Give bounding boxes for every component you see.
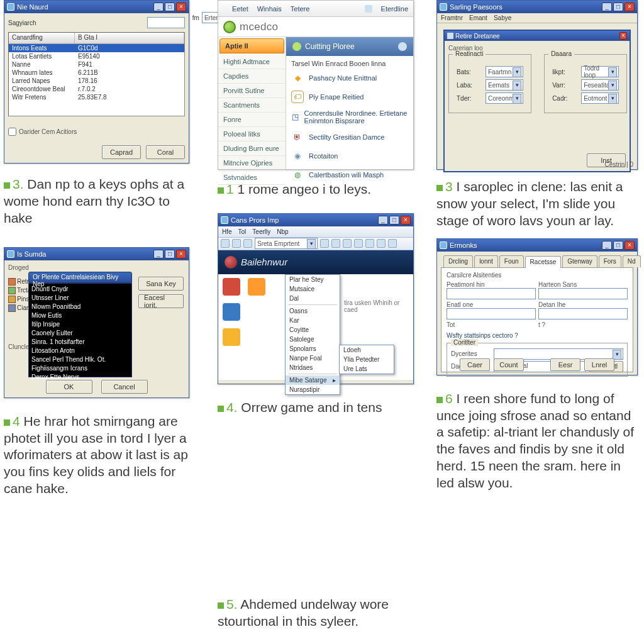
menu-item[interactable]: Ldoeh bbox=[340, 345, 394, 355]
menu-item[interactable]: Dal bbox=[286, 294, 340, 303]
shortcut-icon[interactable] bbox=[222, 303, 241, 322]
table-row[interactable]: Lotas EantietsE95140 bbox=[9, 52, 184, 60]
menu-item[interactable]: Kar bbox=[286, 316, 340, 325]
menu-item[interactable]: Litosation Arotn bbox=[31, 347, 129, 355]
context-menu[interactable]: Plar he Stey Mutsaice Dal Oasns Kar Coyi… bbox=[285, 274, 340, 395]
select-input[interactable]: Faartmn bbox=[486, 66, 523, 77]
menu-item[interactable]: Coyitte bbox=[286, 325, 340, 335]
close-icon[interactable]: × bbox=[625, 241, 635, 250]
p4-context-menu[interactable]: Dhuntl Cnydr Utnsser Liner Nlowm Poanitb… bbox=[28, 283, 132, 377]
maximize-icon[interactable]: □ bbox=[165, 3, 175, 11]
col-header-1[interactable]: Canardfing bbox=[9, 33, 75, 43]
menu-item[interactable]: Spnolarrs bbox=[286, 344, 340, 353]
refresh-icon[interactable] bbox=[243, 239, 252, 248]
p1-cancel-button[interactable]: Coral bbox=[146, 145, 185, 159]
minimize-icon[interactable]: _ bbox=[153, 3, 164, 11]
sidebar-item[interactable]: Mitncive Ojpries bbox=[218, 156, 286, 170]
text-input[interactable] bbox=[447, 288, 536, 299]
ok-button[interactable]: OK bbox=[46, 380, 92, 394]
menu-item[interactable]: Miow Eutis bbox=[31, 311, 129, 320]
menu-item[interactable]: Sancel Perl Thend Hlk. Ot. bbox=[31, 355, 129, 364]
close-icon[interactable]: × bbox=[401, 216, 411, 225]
sidebar-item[interactable]: Fonre bbox=[218, 113, 286, 127]
close-icon[interactable]: × bbox=[625, 3, 635, 11]
nav-fwd-icon[interactable] bbox=[232, 239, 241, 248]
tool-icon[interactable] bbox=[377, 239, 386, 248]
menu-item[interactable]: Nanpe Foal bbox=[286, 353, 340, 363]
menu-item[interactable]: Nurapstipir bbox=[286, 385, 340, 394]
help-link[interactable]: Wsfty stattsinps cectoro ? bbox=[447, 332, 628, 339]
menu-item[interactable]: Caonely Eulter bbox=[31, 329, 129, 338]
menu-item[interactable]: Ylia Petedter bbox=[340, 355, 394, 364]
cancel-button[interactable]: Cancel bbox=[101, 380, 148, 394]
select-input[interactable]: Eotmont bbox=[581, 92, 619, 104]
minimize-icon[interactable]: _ bbox=[602, 3, 612, 11]
close-icon[interactable]: × bbox=[176, 250, 186, 258]
text-input[interactable] bbox=[447, 308, 536, 319]
tool-icon[interactable] bbox=[354, 239, 363, 248]
tab[interactable]: Fors bbox=[599, 255, 621, 267]
sidebar-item[interactable]: Poloeal litks bbox=[218, 127, 286, 142]
tab[interactable]: Nd bbox=[623, 255, 641, 267]
button[interactable]: Caer bbox=[460, 358, 490, 371]
menu-item[interactable]: Utnsser Liner bbox=[31, 294, 129, 303]
menu-item[interactable]: Emant bbox=[469, 14, 487, 21]
table-row[interactable]: Cireoontdowe Bealr.7.0.2 bbox=[9, 85, 184, 93]
gear-icon[interactable] bbox=[365, 5, 372, 13]
p1-ok-button[interactable]: Caprad bbox=[102, 145, 141, 159]
feature-item[interactable]: ◍Calertbastion wili Masph bbox=[286, 165, 413, 184]
menu-item[interactable]: Framtnr bbox=[441, 14, 463, 21]
table-row[interactable]: Witr Fretens25.83E7.8 bbox=[9, 93, 184, 101]
menu-item[interactable]: Eetet bbox=[232, 5, 248, 13]
col-header-2[interactable]: B Gta I bbox=[75, 33, 184, 43]
shortcut-icon[interactable] bbox=[222, 328, 241, 347]
maximize-icon[interactable]: □ bbox=[613, 3, 623, 11]
address-bar[interactable]: Sreta Emprtent bbox=[255, 238, 318, 249]
sidebar-item[interactable]: Dluding Burn eure bbox=[218, 142, 286, 156]
nav-back-icon[interactable] bbox=[221, 239, 230, 248]
select-input[interactable]: Eemats bbox=[486, 79, 523, 91]
search-input[interactable] bbox=[147, 17, 185, 28]
select-input[interactable]: Todrd loop bbox=[581, 66, 619, 77]
tab[interactable]: lonnt bbox=[474, 255, 498, 267]
select-input[interactable]: Feseatita bbox=[581, 79, 619, 91]
gear-icon[interactable] bbox=[398, 42, 407, 51]
menu-item[interactable]: Satolege bbox=[286, 335, 340, 344]
close-icon[interactable]: × bbox=[619, 32, 627, 40]
table-row[interactable]: NanneF941 bbox=[9, 60, 184, 69]
maximize-icon[interactable]: □ bbox=[165, 250, 175, 258]
sidebar-item[interactable]: Porvitt Sutlne bbox=[218, 84, 286, 98]
maximize-icon[interactable]: □ bbox=[613, 241, 623, 250]
save-key-button[interactable]: Sana Key bbox=[138, 277, 184, 291]
feature-item[interactable]: ◳Conrerdsulie Nrordinee. Ertietane Eninm… bbox=[286, 106, 413, 128]
sidebar-item[interactable]: Highti Adtmace bbox=[218, 55, 286, 69]
minimize-icon[interactable]: _ bbox=[378, 216, 388, 225]
sidebar-item[interactable]: Scantments bbox=[218, 98, 286, 113]
menu-item[interactable]: Dhuntl Cnydr bbox=[31, 285, 129, 294]
tool-icon[interactable] bbox=[343, 239, 352, 248]
menu-item[interactable]: Hfe bbox=[222, 228, 232, 235]
menu-item[interactable]: Ntridaes bbox=[286, 363, 340, 372]
minimize-icon[interactable]: _ bbox=[602, 241, 612, 250]
shortcut-icon[interactable] bbox=[222, 278, 241, 297]
minimize-icon[interactable]: _ bbox=[153, 250, 164, 258]
maximize-icon[interactable]: □ bbox=[389, 216, 399, 225]
p1-checkbox[interactable] bbox=[8, 128, 16, 136]
text-input[interactable] bbox=[538, 288, 628, 299]
menu-item[interactable]: Nlowm Poanitbad bbox=[31, 303, 129, 311]
menu-item[interactable]: Sinra. 1 hotsifarfter bbox=[31, 338, 129, 347]
tool-icon[interactable] bbox=[331, 239, 340, 248]
sidebar-item[interactable]: Capdies bbox=[218, 69, 286, 84]
tool-icon[interactable] bbox=[388, 239, 397, 248]
feature-item[interactable]: ◉Rcotaiton bbox=[286, 147, 413, 165]
reset-button[interactable]: Eacesl iorit. bbox=[138, 294, 184, 308]
close-icon[interactable]: × bbox=[176, 3, 186, 11]
menu-item[interactable]: Teerlly bbox=[252, 228, 270, 235]
tab[interactable]: Foun bbox=[499, 255, 524, 267]
select-input[interactable]: Coreonm bbox=[486, 92, 523, 104]
p1-listview[interactable]: Canardfing B Gta I Intons EeatsG1C0d Lot… bbox=[8, 32, 185, 116]
menu-item[interactable]: Plar he Stey bbox=[286, 275, 340, 284]
menu-item-highlighted[interactable]: Mibe Satarge▸ bbox=[286, 375, 340, 385]
feature-item[interactable]: 🏷Piy Enape Reitied bbox=[286, 87, 413, 106]
menu-item[interactable]: Fighiissangm Icrans bbox=[31, 364, 129, 373]
